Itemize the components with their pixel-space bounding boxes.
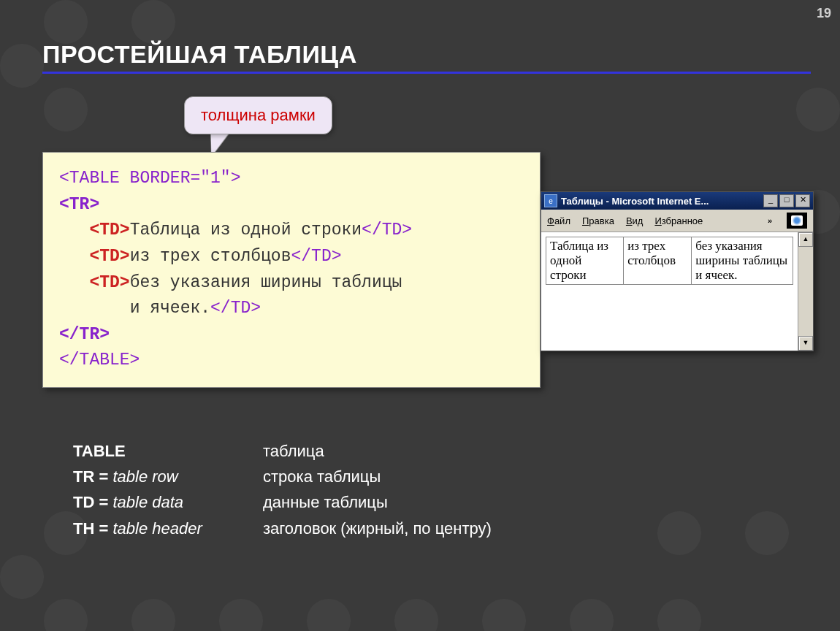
code-tag-table-close: </TABLE>	[59, 351, 140, 370]
minimize-button[interactable]: _	[763, 194, 778, 207]
def-desc-td: данные таблицы	[263, 489, 388, 515]
code-text-1: Таблица из одной строки	[130, 221, 362, 240]
def-row-td: TD = table data данные таблицы	[73, 489, 492, 515]
code-tag-tr-close: </TR>	[59, 325, 110, 344]
code-tag-td3-open: <TD>	[89, 273, 129, 292]
rendered-table: Таблица из одной строки из трех столбцов…	[546, 237, 793, 285]
def-term-td-b: TD =	[73, 493, 112, 511]
menu-file[interactable]: Файл	[547, 215, 570, 226]
table-row: Таблица из одной строки из трех столбцов…	[546, 237, 793, 285]
menu-edit[interactable]: Правка	[582, 215, 614, 226]
def-term-th-i: table header	[112, 519, 202, 538]
close-button[interactable]: ✕	[795, 194, 810, 207]
ie-window-title: Таблицы - Microsoft Internet E...	[561, 196, 763, 207]
def-desc-tr: строка таблицы	[263, 464, 381, 489]
def-row-tr: TR = table row строка таблицы	[73, 464, 492, 489]
code-tag-td3-close: </TD>	[210, 299, 261, 318]
menu-favorites[interactable]: Избранное	[654, 215, 703, 226]
code-tag-td1-open: <TD>	[89, 221, 129, 240]
definitions-list: TABLE таблица TR = table row строка табл…	[73, 438, 492, 541]
ie-scrollbar[interactable]: ▲ ▼	[798, 232, 813, 351]
table-cell-3: без указания ширины таблицы и ячеек.	[692, 237, 793, 285]
ie-app-icon: e	[544, 194, 557, 207]
def-term-tr-i: table row	[112, 467, 177, 486]
ie-logo-icon	[787, 213, 807, 229]
table-cell-2: из трех столбцов	[624, 237, 692, 285]
code-tag-td2-close: </TD>	[291, 247, 341, 266]
slide-title: ПРОСТЕЙШАЯ ТАБЛИЦА	[42, 40, 357, 69]
def-term-td-i: table data	[112, 493, 183, 511]
code-text-3a: без указания ширины таблицы	[130, 273, 402, 292]
slide-number: 19	[817, 6, 831, 21]
maximize-button[interactable]: □	[779, 194, 794, 207]
code-tag-table-open: <TABLE BORDER="1">	[59, 169, 240, 188]
def-term-tr-b: TR =	[73, 467, 112, 486]
def-desc-th: заголовок (жирный, по центру)	[263, 516, 492, 541]
scroll-down-button[interactable]: ▼	[798, 336, 813, 351]
ie-window: e Таблицы - Microsoft Internet E... _ □ …	[541, 191, 814, 351]
ie-titlebar: e Таблицы - Microsoft Internet E... _ □ …	[541, 192, 813, 210]
ie-menubar: Файл Правка Вид Избранное »	[541, 210, 813, 232]
def-row-table: TABLE таблица	[73, 438, 492, 464]
menu-view[interactable]: Вид	[626, 215, 644, 226]
ie-content-area: Таблица из одной строки из трех столбцов…	[541, 232, 798, 351]
def-term-table: TABLE	[73, 442, 126, 460]
code-tag-td2-open: <TD>	[89, 247, 129, 266]
scroll-up-button[interactable]: ▲	[798, 232, 813, 247]
code-text-2: из трех столбцов	[130, 247, 291, 266]
table-cell-1: Таблица из одной строки	[546, 237, 624, 285]
code-text-3b: и ячеек.	[130, 299, 210, 318]
code-tag-td1-close: </TD>	[362, 221, 412, 240]
title-underline	[42, 72, 811, 74]
code-tag-tr-open: <TR>	[59, 195, 99, 214]
code-example: <TABLE BORDER="1"> <TR> <TD>Таблица из о…	[42, 152, 541, 388]
menu-overflow[interactable]: »	[768, 216, 772, 225]
callout-bubble: толщина рамки	[184, 96, 332, 134]
def-row-th: TH = table header заголовок (жирный, по …	[73, 516, 492, 541]
def-term-th-b: TH =	[73, 519, 112, 538]
def-desc-table: таблица	[263, 438, 324, 464]
